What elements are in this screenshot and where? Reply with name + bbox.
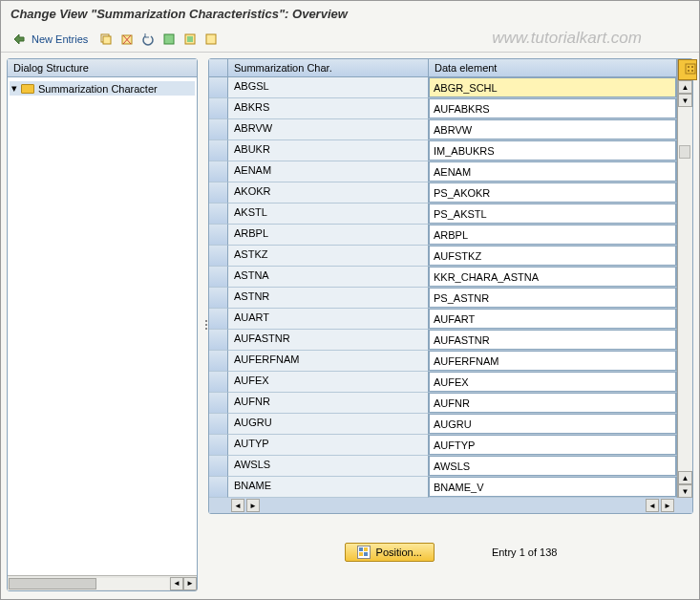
cell-summarization-char: AWSLS — [228, 456, 429, 477]
svg-rect-15 — [364, 547, 368, 551]
cell-summarization-char: ARBPL — [228, 225, 429, 246]
data-element-input[interactable] — [429, 414, 676, 434]
table-row: AUFERFNAM — [209, 351, 677, 372]
data-element-input[interactable] — [429, 456, 676, 476]
hscroll-thumb[interactable] — [9, 578, 96, 589]
row-selector[interactable] — [209, 330, 228, 351]
row-selector[interactable] — [209, 161, 228, 182]
data-element-input[interactable] — [429, 351, 676, 371]
row-selector[interactable] — [209, 456, 228, 477]
deselect-all-icon[interactable] — [202, 31, 220, 48]
svg-rect-1 — [103, 36, 111, 44]
row-selector[interactable] — [209, 225, 228, 246]
row-selector[interactable] — [209, 98, 228, 119]
table-config-icon[interactable] — [678, 59, 697, 80]
row-selector[interactable] — [209, 414, 228, 435]
col-header-summarization[interactable]: Summarization Char. — [228, 59, 429, 77]
table-row: AWSLS — [209, 456, 677, 477]
col1-right-icon[interactable]: ► — [246, 499, 260, 512]
row-selector[interactable] — [209, 435, 228, 456]
row-selector[interactable] — [209, 246, 228, 267]
row-selector[interactable] — [209, 309, 228, 330]
hscroll-track[interactable] — [9, 578, 169, 589]
select-all-icon[interactable] — [160, 31, 178, 48]
data-element-input[interactable] — [429, 309, 676, 329]
data-element-input[interactable] — [429, 182, 676, 203]
tree-item-summarization[interactable]: ▾ Summarization Character — [10, 81, 195, 96]
table-row: ABUKR — [209, 140, 677, 161]
vscroll-stepup2-icon[interactable]: ▲ — [678, 471, 692, 484]
cell-data-element — [429, 182, 677, 204]
row-selector[interactable] — [209, 351, 228, 372]
delete-icon[interactable] — [118, 31, 136, 48]
position-button[interactable]: Position... — [345, 543, 435, 562]
row-selector[interactable] — [209, 204, 228, 225]
content-area: Summarization Char. Data element ABGSLAB… — [208, 58, 693, 591]
data-element-input[interactable] — [429, 204, 676, 224]
cell-summarization-char: ASTNR — [228, 288, 429, 309]
table-row: AKOKR — [209, 182, 677, 204]
col1-left-icon[interactable]: ◄ — [231, 499, 244, 512]
col2-left-icon[interactable]: ◄ — [646, 499, 659, 512]
data-element-input[interactable] — [429, 77, 676, 97]
row-selector[interactable] — [209, 119, 228, 140]
table-row: ABGSL — [209, 77, 677, 98]
vscroll-track[interactable] — [678, 107, 692, 471]
cell-data-element — [429, 161, 677, 182]
row-selector[interactable] — [209, 77, 228, 98]
sidebar-header: Dialog Structure — [8, 59, 197, 77]
col2-right-icon[interactable]: ► — [661, 499, 674, 512]
data-element-input[interactable] — [429, 372, 676, 392]
table-row: ABKRS — [209, 98, 677, 119]
data-element-input[interactable] — [429, 267, 676, 287]
table-header-row: Summarization Char. Data element — [209, 59, 677, 77]
toggle-icon[interactable] — [11, 31, 28, 48]
row-selector[interactable] — [209, 182, 228, 204]
table-row: AUFASTNR — [209, 330, 677, 351]
data-element-input[interactable] — [429, 119, 676, 139]
data-element-input[interactable] — [429, 288, 676, 308]
sidebar-hscroll[interactable]: ◄ ► — [8, 575, 197, 590]
table-body: ABGSLABKRSABRVWABUKRAENAMAKOKRAKSTLARBPL… — [209, 77, 677, 498]
row-selector[interactable] — [209, 393, 228, 414]
data-element-input[interactable] — [429, 393, 676, 413]
row-selector[interactable] — [209, 477, 228, 498]
vscroll-up-icon[interactable]: ▲ — [678, 80, 692, 94]
summarization-table: Summarization Char. Data element ABGSLAB… — [208, 58, 693, 514]
data-element-input[interactable] — [429, 98, 676, 118]
data-element-input[interactable] — [429, 225, 676, 245]
data-element-input[interactable] — [429, 246, 676, 266]
cell-summarization-char: BNAME — [228, 477, 429, 498]
cell-data-element — [429, 140, 677, 161]
data-element-input[interactable] — [429, 435, 676, 455]
data-element-input[interactable] — [429, 161, 676, 182]
row-selector[interactable] — [209, 140, 228, 161]
position-label: Position... — [376, 546, 422, 558]
row-selector[interactable] — [209, 372, 228, 393]
select-block-icon[interactable] — [181, 31, 199, 48]
row-header-col[interactable] — [209, 59, 228, 77]
table-vscroll[interactable]: ▲ ▼ ▲ ▼ — [677, 59, 692, 498]
vscroll-down-icon[interactable]: ▼ — [678, 484, 692, 498]
expand-icon[interactable]: ▾ — [11, 82, 17, 95]
cell-summarization-char: AUFEX — [228, 372, 429, 393]
undo-icon[interactable] — [139, 31, 157, 48]
folder-icon — [21, 84, 34, 94]
row-selector[interactable] — [209, 267, 228, 288]
cell-data-element — [429, 225, 677, 246]
hscroll-left-icon[interactable]: ◄ — [170, 577, 183, 590]
table-row: AUFEX — [209, 372, 677, 393]
data-element-input[interactable] — [429, 140, 676, 161]
col-header-data-element[interactable]: Data element — [429, 59, 677, 77]
new-entries-button[interactable]: New Entries — [32, 33, 88, 45]
table-row: ASTNR — [209, 288, 677, 309]
copy-icon[interactable] — [97, 31, 115, 48]
data-element-input[interactable] — [429, 330, 676, 350]
vscroll-mid[interactable] — [679, 145, 690, 159]
row-selector[interactable] — [209, 288, 228, 309]
vscroll-stepdown-icon[interactable]: ▼ — [678, 94, 692, 107]
hscroll-right-icon[interactable]: ► — [183, 577, 197, 590]
data-element-input[interactable] — [429, 477, 676, 497]
entry-counter: Entry 1 of 138 — [492, 546, 558, 558]
watermark: www.tutorialkart.com — [492, 29, 642, 48]
